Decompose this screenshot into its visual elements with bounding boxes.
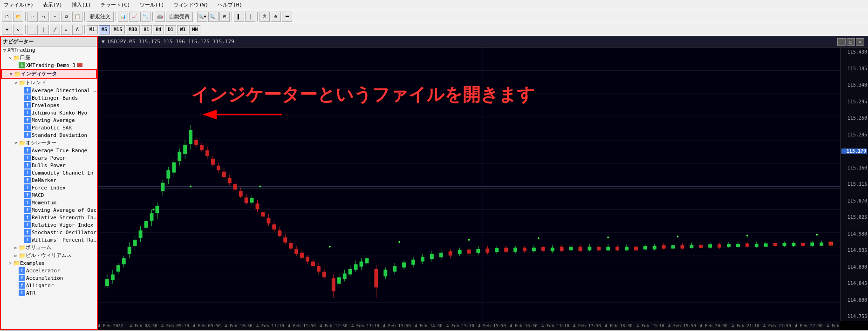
crosshair-btn[interactable]: + (2, 25, 12, 35)
tree-bb[interactable]: f Bollinger Bands (1, 94, 97, 101)
cut-btn[interactable]: ✂ (50, 12, 60, 22)
tf-m1-btn[interactable]: M1 (87, 25, 98, 34)
tree-wpr[interactable]: f Williams' Percent Rang (1, 236, 97, 243)
svg-rect-71 (256, 203, 260, 209)
tree-force[interactable]: f Force Index (1, 184, 97, 191)
menu-help[interactable]: ヘルプ(H) (216, 0, 244, 9)
tree-dem[interactable]: f DeMarker (1, 176, 97, 184)
candle-btn[interactable]: | (245, 12, 255, 22)
tf-w1-btn[interactable]: W1 (177, 25, 188, 34)
zoom-out-btn[interactable]: 🔍- (208, 12, 219, 22)
macd-label: MACD (32, 192, 44, 198)
tree-bears[interactable]: f Bears Power (1, 154, 97, 162)
auto-trade-btn[interactable]: 自動売買 (166, 12, 193, 22)
tree-atr[interactable]: f Average True Range (1, 147, 97, 154)
tree-sd[interactable]: f Standard Deviation (1, 131, 97, 139)
menu-window[interactable]: ウィンドウ(W) (171, 0, 210, 9)
menu-insert[interactable]: 挿入(I) (70, 0, 93, 9)
tree-volume[interactable]: ▷ 📁 ボリューム (1, 243, 97, 251)
tree-atr2[interactable]: f ATR (1, 289, 97, 297)
cursor-btn[interactable]: ↖ (13, 25, 23, 35)
price-755: 114.755 (841, 314, 867, 319)
tree-psar[interactable]: f Parabolic SAR (1, 124, 97, 131)
tree-bw[interactable]: ▷ 📁 ビル・ウィリアムス (1, 251, 97, 259)
tree-rvi[interactable]: f Relative Vigor Index (1, 221, 97, 229)
tree-trend[interactable]: ▽ 📁 トレンド (1, 79, 97, 87)
chart-minimize-btn[interactable]: _ (837, 38, 846, 46)
zoom-in-btn[interactable]: 🔍+ (197, 12, 207, 22)
tree-accumulation[interactable]: f Accumulation (1, 274, 97, 282)
svg-rect-93 (317, 266, 321, 272)
tf-m30-btn[interactable]: M30 (126, 25, 140, 34)
tree-xmtrading[interactable]: ▽ XMTrading (1, 47, 97, 54)
tf-mn-btn[interactable]: MN (189, 25, 200, 34)
menu-tools[interactable]: ツール(T) (138, 0, 166, 9)
chart-btn1[interactable]: 📊 (118, 12, 128, 22)
copy-btn[interactable]: ⧉ (61, 12, 71, 22)
tree-ichi[interactable]: f Ichimoku Kinko Hyo (1, 109, 97, 116)
hline-btn[interactable]: — (27, 25, 38, 35)
koza-label: 口座 (20, 54, 30, 61)
tf-m15-btn[interactable]: M15 (111, 25, 125, 34)
svg-rect-133 (476, 249, 480, 253)
tree-rsi[interactable]: f Relative Strength Index (1, 214, 97, 221)
tree-accelerator[interactable]: f Accelerator (1, 267, 97, 274)
toolbar-sep-2 (84, 12, 85, 21)
chart-btn2[interactable]: 📈 (129, 12, 139, 22)
menu-chart[interactable]: チャート(C) (99, 0, 132, 9)
demo3-label: XMTrading-Demo 3 (26, 62, 75, 68)
menu-file[interactable]: ファイル(F) (2, 0, 35, 9)
chart-maximize-btn[interactable]: □ (847, 38, 855, 46)
tf-h4-btn[interactable]: H4 (153, 25, 164, 34)
bar-chart-btn[interactable]: ▌ (234, 12, 244, 22)
tree-ma[interactable]: f Moving Average (1, 116, 97, 124)
tree-alligator[interactable]: f Alligator (1, 282, 97, 289)
redo-btn[interactable]: ↪ (39, 12, 49, 22)
undo-btn[interactable]: ↩ (27, 12, 38, 22)
settings-btn[interactable]: ⚙ (271, 12, 281, 22)
tree-adm[interactable]: f Average Directional Mo (1, 87, 97, 94)
chart-close-btn[interactable]: ✕ (856, 38, 864, 46)
tree-env[interactable]: f Envelopes (1, 101, 97, 109)
open-btn[interactable]: 📂 (13, 12, 23, 22)
account-icon: A (19, 62, 25, 68)
vline-btn[interactable]: | (39, 25, 49, 35)
tree-indicator[interactable]: ▽ 📁 インディケータ (1, 69, 97, 79)
svg-rect-89 (306, 257, 309, 262)
period-btn[interactable]: ⏱ (260, 12, 270, 22)
new-btn[interactable]: 🗋 (2, 12, 12, 22)
tree-examples[interactable]: ▷ 📁 Examples (1, 259, 97, 267)
tf-h1-btn[interactable]: H1 (141, 25, 152, 34)
text-btn[interactable]: A (72, 25, 82, 35)
svg-point-210 (152, 209, 154, 210)
tree-mao[interactable]: f Moving Average of Osc (1, 206, 97, 214)
svg-rect-27 (133, 240, 137, 246)
price-935: 114.935 (841, 248, 867, 253)
new-order-btn[interactable]: 新規注文 (87, 12, 114, 22)
tree-mom[interactable]: f Momentum (1, 199, 97, 206)
tree-cci[interactable]: f Commodity Channel In (1, 169, 97, 176)
tree-bulls[interactable]: f Bulls Power (1, 162, 97, 169)
tree-macd[interactable]: f MACD (1, 191, 97, 199)
paste-btn[interactable]: 📋 (72, 12, 82, 22)
tf-d1-btn[interactable]: D1 (165, 25, 176, 34)
auto-trade-icon[interactable]: 🤖 (155, 12, 165, 22)
bears-label: Bears Power (32, 155, 66, 161)
tf-m5-btn[interactable]: M5 (99, 25, 110, 34)
svg-rect-205 (810, 243, 814, 246)
chart-btn3[interactable]: 📉 (140, 12, 150, 22)
menu-view[interactable]: 表示(V) (41, 0, 64, 9)
draw-tool-btn[interactable]: ✏ (61, 25, 71, 35)
cci-icon: f (24, 169, 31, 176)
tree-koza[interactable]: ▽ 📁 口座 (1, 54, 97, 61)
tree-oscillator[interactable]: ▽ 📁 オシレーター (1, 139, 97, 147)
more-btn[interactable]: ☰ (282, 12, 292, 22)
time-7: 4 Feb 11:50 (288, 324, 316, 328)
price-980: 114.980 (841, 231, 867, 236)
svg-rect-185 (718, 244, 721, 248)
trend-folder-icon: 📁 (19, 80, 26, 86)
tline-btn[interactable]: ╱ (50, 25, 60, 35)
fit-btn[interactable]: ⊡ (219, 12, 230, 22)
tree-demo3[interactable]: A XMTrading-Demo 3 (1, 61, 97, 69)
tree-stoch[interactable]: f Stochastic Oscillator (1, 229, 97, 236)
